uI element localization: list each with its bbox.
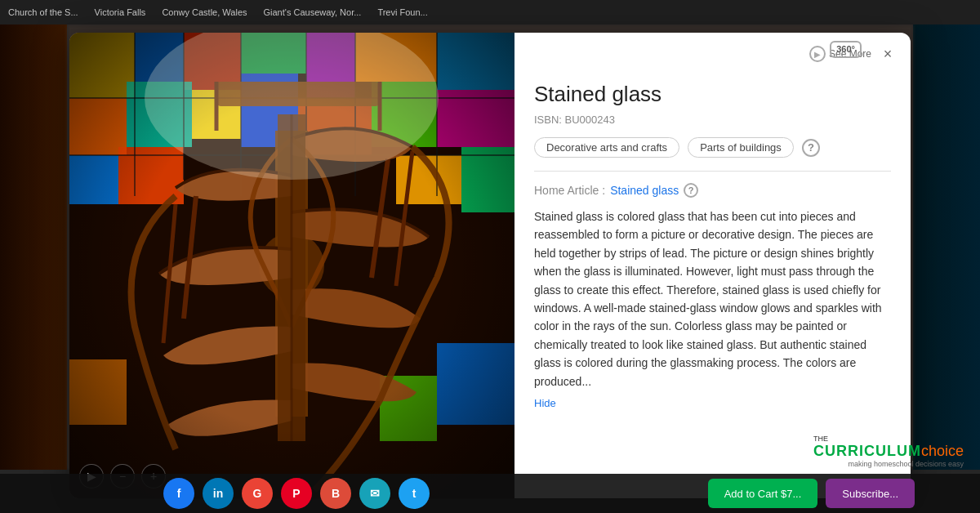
share-email[interactable]: ✉	[359, 478, 390, 509]
article-title: Stained glass	[534, 82, 891, 107]
share-linkedin[interactable]: in	[203, 478, 234, 509]
bg-right	[913, 25, 980, 470]
watermark-the: THE	[813, 433, 964, 443]
hide-link[interactable]: Hide	[534, 397, 891, 409]
top-navigation: Church of the S... Victoria Falls Conwy …	[0, 0, 980, 25]
see-more-icon: ▶	[809, 46, 826, 62]
share-facebook[interactable]: f	[163, 478, 194, 509]
article-body: Stained glass is colored glass that has …	[534, 207, 891, 390]
share-twitter[interactable]: t	[399, 478, 430, 509]
nav-item-3[interactable]: Conwy Castle, Wales	[162, 7, 247, 17]
bottom-share-bar: f in G P B ✉ t Add to Cart $7... Subscri…	[0, 474, 980, 513]
add-to-cart-button[interactable]: Add to Cart $7...	[708, 479, 818, 508]
home-article-line: Home Article : Stained glass ?	[534, 183, 891, 198]
badge-360[interactable]: 360°	[830, 41, 862, 58]
watermark-branding: CURRICULUMchoice	[813, 443, 964, 460]
close-button[interactable]: ×	[878, 44, 898, 64]
home-article-help-icon[interactable]: ?	[684, 183, 698, 198]
watermark-tagline: making homeschool decisions easy	[813, 460, 964, 468]
home-article-link[interactable]: Stained glass	[610, 184, 679, 197]
watermark: THE CURRICULUMchoice making homeschool d…	[813, 433, 964, 468]
nav-item-4[interactable]: Giant's Causeway, Nor...	[264, 7, 362, 17]
tag-parts-of-buildings[interactable]: Parts of buildings	[688, 137, 794, 158]
modal-card: ▶ − + ▶ See More × 360° Stained glass IS…	[69, 33, 911, 498]
share-pinterest[interactable]: P	[281, 478, 312, 509]
subscribe-button[interactable]: Subscribe...	[826, 479, 915, 508]
tag-decorative-arts[interactable]: Decorative arts and crafts	[534, 137, 679, 158]
tags-help-icon[interactable]: ?	[802, 139, 820, 157]
badge-360-label: 360°	[836, 44, 855, 54]
content-panel: ▶ See More × 360° Stained glass ISBN: BU…	[514, 33, 911, 498]
image-panel: ▶ − +	[69, 33, 514, 498]
nav-item-2[interactable]: Victoria Falls	[95, 7, 146, 17]
tags-row: Decorative arts and crafts Parts of buil…	[534, 137, 891, 158]
share-google[interactable]: G	[242, 478, 273, 509]
share-blogger[interactable]: B	[320, 478, 351, 509]
nav-item-1[interactable]: Church of the S...	[8, 7, 78, 17]
isbn-text: ISBN: BU000243	[534, 114, 891, 126]
content-divider	[534, 171, 891, 172]
home-article-prefix: Home Article :	[534, 184, 605, 197]
bg-left	[0, 25, 67, 470]
nav-item-5[interactable]: Trevi Foun...	[377, 7, 427, 17]
stained-glass-image	[69, 33, 514, 498]
